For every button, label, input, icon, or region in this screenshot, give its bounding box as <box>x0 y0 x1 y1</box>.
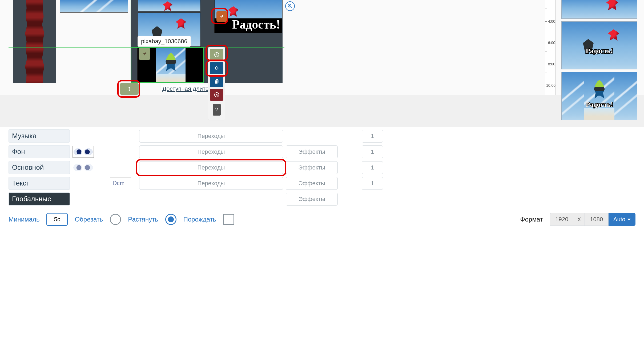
row-music: Музыка Переходы 1 <box>9 129 635 143</box>
timeline-body: pixabay_1030686 Доступная длител Радость… <box>0 0 644 95</box>
ruler-tick-10: 10:00 <box>546 83 556 88</box>
toolbar-copy-button[interactable] <box>210 76 223 87</box>
chevron-down-icon <box>627 219 631 220</box>
track-settings: Музыка Переходы 1 Фон Переходы Эффекты 1… <box>0 127 644 206</box>
toolbar-time-button[interactable] <box>210 49 223 61</box>
row-global: Глобальные Эффекты <box>9 192 635 206</box>
clip-sky-top[interactable] <box>60 0 128 13</box>
overlay-text-big: Радость! <box>232 17 280 31</box>
track-label-music[interactable]: Музыка <box>9 129 70 143</box>
pin-icon <box>219 14 225 19</box>
clip-red-jumper-small[interactable] <box>138 0 201 11</box>
preview-3-text: Радость! <box>586 101 613 109</box>
toolbar-delete-button[interactable] <box>210 89 223 101</box>
zoom-in-button[interactable] <box>285 1 295 11</box>
format-label: Формат <box>520 216 543 223</box>
effects-btn-global[interactable]: Эффекты <box>286 193 338 206</box>
zoom-in-icon <box>287 3 293 9</box>
thumb-bg[interactable] <box>73 146 94 158</box>
toolbar-settings-button[interactable] <box>210 62 223 74</box>
audio-track-bg <box>13 0 56 83</box>
clip-side-toolbar: ? <box>208 47 225 120</box>
effects-btn-text[interactable]: Эффекты <box>286 177 338 190</box>
gear-icon <box>214 65 220 71</box>
row-bg: Фон Переходы Эффекты 1 <box>9 145 635 158</box>
count-text[interactable]: 1 <box>362 177 383 190</box>
format-auto-button[interactable]: Auto <box>609 213 635 226</box>
pin-icon <box>142 51 147 57</box>
clip-tooltip: pixabay_1030686 <box>138 36 191 47</box>
ruler-tick-8: 8:00 <box>548 62 555 66</box>
effects-btn-bg[interactable]: Эффекты <box>286 145 338 158</box>
crop-label: Обрезать <box>75 216 103 223</box>
ruler-tick-6: 6:00 <box>548 41 555 45</box>
effects-btn-main[interactable]: Эффекты <box>286 161 338 174</box>
min-duration-input[interactable] <box>46 213 68 226</box>
preview-2[interactable]: Радость! <box>561 21 637 69</box>
audio-waveform <box>24 0 45 83</box>
preview-1[interactable] <box>561 0 637 19</box>
wait-label: Порождать <box>183 216 216 223</box>
preview-3[interactable]: Радость! <box>561 72 637 120</box>
track-label-bg[interactable]: Фон <box>9 145 70 158</box>
toolbar-help-button[interactable]: ? <box>213 104 221 116</box>
transitions-btn-music[interactable]: Переходы <box>139 130 283 143</box>
track-label-text[interactable]: Текст <box>9 177 70 190</box>
footer-bar: Минималь Обрезать Растянуть Порождать Фо… <box>0 208 644 231</box>
min-duration-label: Минималь <box>9 216 39 223</box>
crop-radio[interactable] <box>110 214 121 225</box>
wait-checkbox[interactable] <box>223 214 234 225</box>
clock-icon <box>214 52 220 58</box>
vertical-arrows-icon <box>126 86 132 92</box>
count-main[interactable]: 1 <box>362 161 383 174</box>
transitions-btn-main[interactable]: Переходы <box>139 161 283 174</box>
format-width-input[interactable] <box>550 213 574 226</box>
row-main: Основной Переходы Эффекты 1 <box>9 161 635 174</box>
format-sep: X <box>574 213 585 226</box>
thumb-text[interactable]: Dem <box>110 177 131 189</box>
format-height-input[interactable] <box>585 213 609 226</box>
expand-vertical-button[interactable] <box>120 83 139 95</box>
count-music[interactable]: 1 <box>362 130 383 143</box>
pin-button-text-clip[interactable] <box>216 11 227 22</box>
transitions-btn-bg[interactable]: Переходы <box>139 145 283 158</box>
timeline-area: pixabay_1030686 Доступная длител Радость… <box>0 0 644 127</box>
help-icon: ? <box>215 107 218 113</box>
stretch-label: Растянуть <box>128 216 158 223</box>
timeline-ruler: 4:00 6:00 8:00 10:00 <box>545 0 556 95</box>
auto-label: Auto <box>613 216 625 223</box>
duration-link[interactable]: Доступная длител <box>161 85 214 92</box>
ruler-tick-4: 4:00 <box>548 19 555 23</box>
preview-column: Радость! Радость! <box>561 0 637 123</box>
close-circle-icon <box>214 92 220 98</box>
track-label-global[interactable]: Глобальные <box>9 192 70 206</box>
pin-button-clip[interactable] <box>139 48 150 60</box>
preview-2-text: Радость! <box>586 47 613 55</box>
stretch-radio[interactable] <box>165 214 176 225</box>
track-label-main[interactable]: Основной <box>9 161 70 174</box>
count-bg[interactable]: 1 <box>362 145 383 158</box>
copy-icon <box>214 78 220 84</box>
thumb-main[interactable] <box>73 162 94 173</box>
transitions-btn-text[interactable]: Переходы <box>139 177 283 190</box>
row-text: Текст Dem Переходы Эффекты 1 <box>9 177 635 190</box>
